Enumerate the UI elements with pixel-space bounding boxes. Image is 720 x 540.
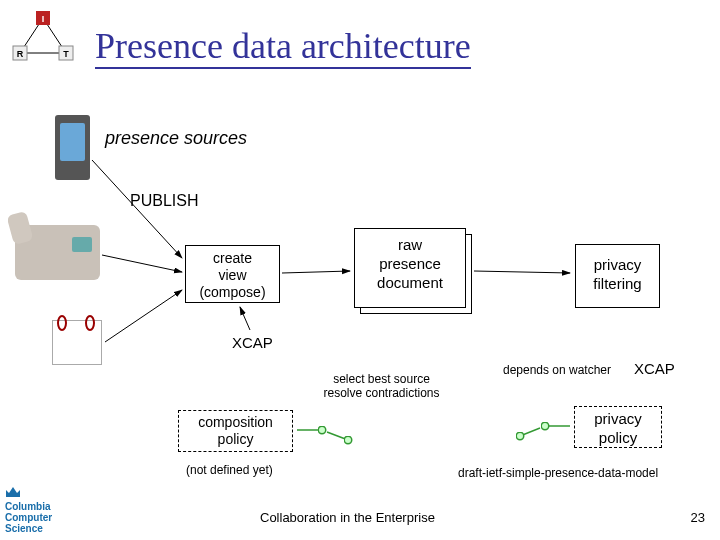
svg-line-10 bbox=[92, 160, 182, 258]
xcap-label-right: XCAP bbox=[634, 360, 675, 377]
create-view-text: create view (compose) bbox=[199, 250, 265, 300]
page-number: 23 bbox=[691, 510, 705, 525]
create-view-box: create view (compose) bbox=[185, 245, 280, 303]
privacy-filtering-text: privacy filtering bbox=[593, 256, 641, 292]
privacy-policy-text: privacy policy bbox=[594, 410, 642, 446]
cloud1-text: select best source resolve contradiction… bbox=[323, 372, 439, 400]
svg-line-14 bbox=[474, 271, 570, 273]
cloud2-text: depends on watcher bbox=[503, 363, 611, 377]
cloud-depends-on-watcher: depends on watcher bbox=[497, 360, 617, 374]
raw-doc-text: raw presence document bbox=[377, 236, 443, 291]
composition-policy-text: composition policy bbox=[198, 414, 273, 447]
columbia-text: Columbia Computer Science bbox=[5, 501, 52, 534]
crown-icon bbox=[5, 485, 21, 499]
svg-line-15 bbox=[240, 307, 250, 330]
privacy-policy-box: privacy policy bbox=[574, 406, 662, 448]
columbia-affiliation: Columbia Computer Science bbox=[5, 485, 52, 534]
privacy-filtering-box: privacy filtering bbox=[575, 244, 660, 308]
composition-policy-box: composition policy bbox=[178, 410, 293, 452]
svg-line-17 bbox=[327, 432, 348, 440]
svg-line-19 bbox=[520, 428, 540, 436]
draft-reference: draft-ietf-simple-presence-data-model bbox=[458, 466, 658, 480]
svg-line-13 bbox=[282, 271, 350, 273]
xcap-label-left: XCAP bbox=[232, 334, 273, 351]
svg-line-12 bbox=[105, 290, 182, 342]
cloud-select-best-source: select best source resolve contradiction… bbox=[314, 365, 449, 393]
footer-text: Collaboration in the Enterprise bbox=[260, 510, 435, 525]
not-defined-note: (not defined yet) bbox=[186, 463, 273, 477]
svg-line-11 bbox=[102, 255, 182, 272]
